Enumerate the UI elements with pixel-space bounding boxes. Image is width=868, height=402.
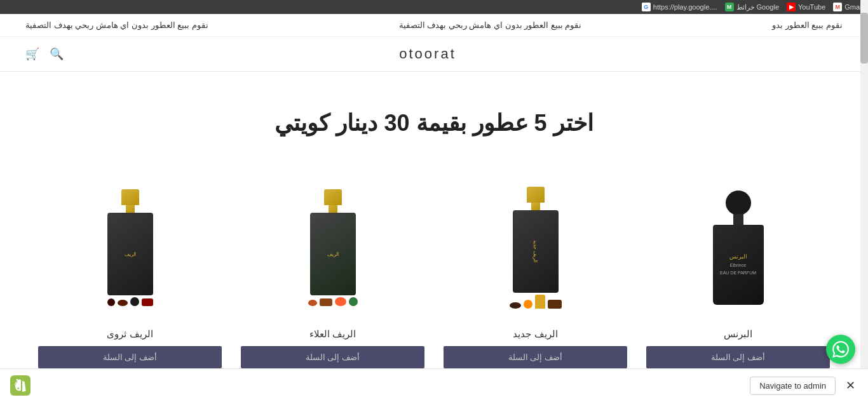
bottle-body-1: الريف جديد <box>513 210 559 293</box>
youtube-favicon: ▶ <box>787 3 796 11</box>
add-to-cart-3[interactable]: أضف إلى السلة <box>38 346 222 368</box>
bottle-reef-2: الريف <box>306 189 360 304</box>
cart-icon[interactable]: 🛒 <box>25 47 39 61</box>
close-admin-button[interactable]: ✕ <box>843 379 858 392</box>
gold-cap-2 <box>324 189 342 205</box>
product-image-0: البرنسElbrinceEAU DE PARFUM <box>646 175 830 321</box>
bottle-reef-1: الريف جديد <box>508 187 562 301</box>
product-name-1: الريف جديد <box>513 328 557 340</box>
gold-cap-1 <box>527 187 545 203</box>
site-header: otoorat 🔍 🛒 <box>0 37 868 72</box>
gold-neck-1 <box>531 203 540 210</box>
hero-section: اختر 5 عطور بقيمة 30 دينار كويتي <box>0 72 868 162</box>
bottle-neck <box>733 214 743 225</box>
maps-favicon: M <box>725 3 734 11</box>
product-image-3: الريف <box>38 175 222 321</box>
header-icons: 🔍 🛒 <box>25 47 64 61</box>
bookmark-youtube-label: YouTube <box>798 3 825 11</box>
hero-title: اختر 5 عطور بقيمة 30 دينار كويتي <box>13 110 855 137</box>
bookmark-maps[interactable]: M خرائط Google <box>725 3 780 11</box>
navigate-to-admin-button[interactable]: Navigate to admin <box>750 377 836 394</box>
whatsapp-fab[interactable] <box>826 335 855 364</box>
announcement-text-1: نقوم ببيع العطور بدون اي هامش ربحي بهدف … <box>25 20 208 30</box>
bottle-body-3: الريف <box>107 213 153 295</box>
tab-google[interactable]: G https://play.google.... <box>642 3 717 11</box>
round-cap <box>726 191 751 215</box>
gmail-favicon: M <box>833 3 842 11</box>
product-card-3[interactable]: الريف الريف ثروى أضف إلى السلة <box>38 175 222 368</box>
gold-neck-2 <box>329 205 337 213</box>
gold-neck-3 <box>126 205 135 213</box>
announcement-text-2: نقوم ببيع العطور بدون اي هامش ربحي بهدف … <box>399 20 582 30</box>
google-favicon: G <box>642 3 651 11</box>
product-name-2: الريف العلاء <box>309 328 356 340</box>
product-name-3: الريف ثروى <box>107 328 153 340</box>
gold-cap-3 <box>121 189 139 205</box>
bookmark-gmail[interactable]: M Gmail <box>833 3 863 11</box>
add-to-cart-2[interactable]: أضف إلى السلة <box>241 346 424 368</box>
scrollbar-thumb[interactable] <box>860 13 868 64</box>
site-logo[interactable]: otoorat <box>64 46 792 62</box>
product-image-1: الريف جديد <box>444 175 627 321</box>
product-name-0: البرنس <box>724 328 752 340</box>
products-section: البرنسElbrinceEAU DE PARFUM البرنس أضف إ… <box>0 162 868 394</box>
add-to-cart-0[interactable]: أضف إلى السلة <box>646 346 830 368</box>
announcement-bar: نقوم ببيع العطور بدو نقوم ببيع العطور بد… <box>0 14 868 37</box>
bottle-body: البرنسElbrinceEAU DE PARFUM <box>713 225 764 305</box>
scrollbar[interactable] <box>860 0 868 394</box>
admin-bar-right: Navigate to admin ✕ <box>750 377 858 394</box>
product-image-2: الريف <box>241 175 424 321</box>
product-card-0[interactable]: البرنسElbrinceEAU DE PARFUM البرنس أضف إ… <box>646 175 830 368</box>
shopify-icon <box>10 375 31 394</box>
product-card-1[interactable]: الريف جديد الريف جديد أضف إلى السلة <box>444 175 627 368</box>
tab-google-label: https://play.google.... <box>653 3 717 11</box>
announcement-text-3: نقوم ببيع العطور بدو <box>772 20 843 30</box>
add-to-cart-1[interactable]: أضف إلى السلة <box>444 346 627 368</box>
bookmark-maps-label: خرائط Google <box>736 3 780 11</box>
bottle-body-2: الريف <box>310 213 356 295</box>
browser-bar: G https://play.google.... M خرائط Google… <box>0 0 868 14</box>
admin-bar: Navigate to admin ✕ <box>0 368 868 394</box>
bottle-princes: البرنسElbrinceEAU DE PARFUM <box>710 191 767 305</box>
products-grid: البرنسElbrinceEAU DE PARFUM البرنس أضف إ… <box>38 175 830 368</box>
bookmark-youtube[interactable]: ▶ YouTube <box>787 3 825 11</box>
bottle-reef-3: الريف <box>103 189 157 304</box>
product-card-2[interactable]: الريف الريف العلاء أضف إلى السلة <box>241 175 424 368</box>
search-icon[interactable]: 🔍 <box>50 47 64 61</box>
